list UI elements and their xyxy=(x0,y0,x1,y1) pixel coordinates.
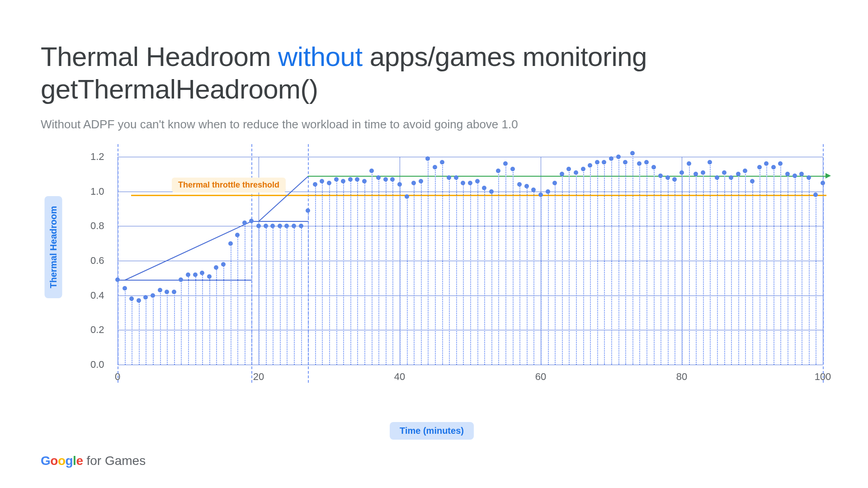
trend-line xyxy=(308,176,826,177)
data-point xyxy=(123,286,127,291)
data-point xyxy=(362,179,367,183)
data-stem xyxy=(717,178,718,365)
data-point xyxy=(531,188,536,192)
data-point xyxy=(235,233,240,237)
y-tick: 1.0 xyxy=(90,186,104,197)
x-tick: 60 xyxy=(535,371,546,383)
data-stem xyxy=(449,178,450,365)
data-point xyxy=(588,163,592,168)
data-point xyxy=(630,151,635,155)
data-stem xyxy=(774,167,774,365)
data-stem xyxy=(604,162,605,365)
data-stem xyxy=(421,181,422,365)
data-point xyxy=(722,170,726,175)
data-stem xyxy=(181,280,182,365)
y-tick: 0.6 xyxy=(90,255,104,267)
data-point xyxy=(172,290,176,294)
x-tick: 80 xyxy=(676,371,687,383)
data-point xyxy=(771,165,776,169)
data-stem xyxy=(569,169,570,365)
data-point xyxy=(821,181,825,185)
data-stem xyxy=(823,183,824,365)
data-point xyxy=(799,172,804,176)
data-point xyxy=(221,262,226,267)
data-point xyxy=(264,224,268,228)
data-point xyxy=(644,160,649,164)
data-point xyxy=(292,224,296,228)
data-point xyxy=(327,181,331,185)
data-stem xyxy=(738,174,739,365)
data-stem xyxy=(470,183,471,365)
data-stem xyxy=(541,195,542,365)
data-stem xyxy=(533,190,534,365)
data-stem xyxy=(392,179,393,365)
data-stem xyxy=(618,157,619,365)
data-point xyxy=(807,175,811,180)
data-stem xyxy=(597,162,598,365)
arrow-right-icon xyxy=(826,173,831,178)
data-point xyxy=(383,177,388,182)
gridline-h xyxy=(118,157,823,157)
data-stem xyxy=(188,275,189,365)
data-point xyxy=(581,167,585,171)
data-point xyxy=(165,290,169,294)
data-stem xyxy=(555,183,556,365)
data-stem xyxy=(463,183,464,365)
page-title: Thermal Headroom without apps/games moni… xyxy=(41,41,827,106)
data-point xyxy=(320,179,324,183)
data-stem xyxy=(125,288,126,365)
data-stem xyxy=(118,280,118,365)
data-point xyxy=(503,161,508,166)
data-stem xyxy=(378,178,379,365)
data-stem xyxy=(724,173,725,365)
data-point xyxy=(750,179,755,183)
rise-line xyxy=(124,221,251,281)
data-stem xyxy=(407,197,408,365)
data-point xyxy=(278,224,282,228)
data-stem xyxy=(809,178,810,365)
footer-text: for Games xyxy=(86,454,146,468)
data-point xyxy=(397,182,402,187)
threshold-label: Thermal throttle threshold xyxy=(172,178,286,192)
data-stem xyxy=(816,195,816,365)
data-stem xyxy=(703,173,704,365)
y-tick: 0.4 xyxy=(90,290,104,301)
threshold-line xyxy=(131,195,826,196)
data-point xyxy=(764,161,769,166)
slide: Thermal Headroom without apps/games moni… xyxy=(0,0,868,488)
data-point xyxy=(440,160,444,164)
data-point xyxy=(447,175,451,180)
data-point xyxy=(693,172,698,176)
data-stem xyxy=(710,162,711,365)
footer-brand: Google for Games xyxy=(41,454,146,468)
data-point xyxy=(256,224,261,228)
data-point xyxy=(595,160,599,164)
data-stem xyxy=(167,292,168,365)
step-line xyxy=(251,221,308,222)
data-stem xyxy=(315,184,316,365)
data-stem xyxy=(372,171,373,365)
data-point xyxy=(510,167,515,171)
data-point xyxy=(306,208,310,213)
data-stem xyxy=(322,181,323,365)
data-point xyxy=(496,169,500,173)
chart: Thermal Headroom 0.00.20.40.60.81.01.202… xyxy=(41,157,823,401)
data-stem xyxy=(795,176,796,365)
data-point xyxy=(284,224,289,228)
data-point xyxy=(651,165,656,169)
data-point xyxy=(560,172,564,176)
data-stem xyxy=(400,184,401,365)
data-stem xyxy=(223,264,224,365)
data-point xyxy=(242,221,247,225)
data-point xyxy=(341,179,345,183)
data-point xyxy=(419,179,423,183)
data-point xyxy=(538,192,543,197)
data-point xyxy=(757,165,762,169)
data-stem xyxy=(752,181,753,365)
data-stem xyxy=(357,179,358,365)
data-point xyxy=(566,167,571,171)
data-point xyxy=(348,177,353,182)
data-stem xyxy=(216,267,217,365)
data-stem xyxy=(788,174,788,365)
data-stem xyxy=(209,277,210,365)
